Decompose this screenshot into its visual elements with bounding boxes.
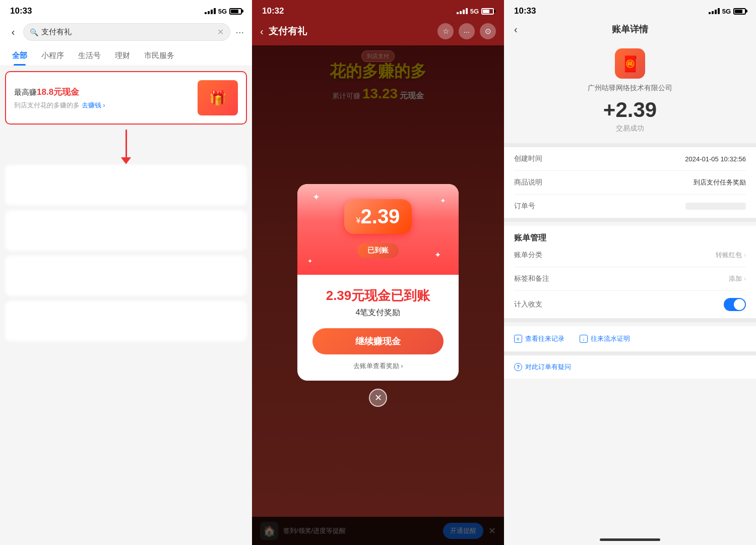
- red-arrow: [121, 130, 131, 164]
- bill-divider-1: [504, 143, 756, 147]
- popup-sub-text: 4笔支付奖励: [312, 308, 444, 318]
- row-label-orderid: 订单号: [514, 202, 535, 211]
- mini-header-icons: ☆ ··· ⊙: [437, 23, 496, 39]
- bill-action-proof[interactable]: ↓ 往来流水证明: [580, 334, 630, 343]
- status-bar-2: 10:32 5G: [252, 0, 504, 19]
- status-bar-3: 10:33 5G: [504, 0, 756, 19]
- bill-merchant-section: 🧧 广州咕驿网络技术有限公司 +2.39 交易成功: [504, 43, 756, 143]
- tab-finance[interactable]: 理财: [108, 46, 137, 66]
- bill-manage-title: 账单管理: [514, 226, 746, 244]
- network-type-2: 5G: [470, 8, 479, 15]
- popup-yen: ¥: [356, 216, 361, 225]
- blurred-card-3: [5, 256, 247, 296]
- time-3: 10:33: [514, 6, 536, 16]
- merchant-icon: 🧧: [615, 48, 645, 79]
- search-icon: 🔍: [30, 28, 38, 36]
- chevron-icon-2: ›: [744, 275, 746, 282]
- bill-manage-row-category[interactable]: 账单分类 转账红包 ›: [514, 244, 746, 267]
- bill-header: ‹ 账单详情: [504, 19, 756, 43]
- result-title: 最高赚18.8元现金: [14, 86, 105, 98]
- popup-link[interactable]: 去账单查看奖励 ›: [312, 361, 444, 371]
- status-icons-1: 5G: [205, 8, 242, 15]
- bill-manage-row-tag[interactable]: 标签和备注 添加 ›: [514, 267, 746, 291]
- tab-all[interactable]: 全部: [5, 46, 34, 66]
- mini-camera-button[interactable]: ⊙: [480, 23, 496, 39]
- row-value-time: 2024-01-05 10:32:56: [685, 155, 746, 163]
- row-value-desc: 到店支付任务奖励: [694, 178, 746, 187]
- clear-icon[interactable]: ✕: [217, 27, 224, 37]
- bill-question[interactable]: ? 对此订单有疑问: [504, 355, 756, 379]
- time-2: 10:32: [262, 6, 284, 16]
- bill-manage-row-include: 计入收支: [514, 291, 746, 318]
- sparkle-1: ✦: [312, 192, 320, 203]
- popup-card: ✦ ✦ ✦ ✦ ¥2.39 已到账 2.39元现金已到账 4笔支付奖励 继续赚现…: [297, 184, 459, 381]
- popup-amount-badge: ¥2.39: [344, 199, 412, 234]
- panel-search: 10:33 5G ‹ 🔍 支付有礼 ✕ ··· 全部 小程序 生活号 理财: [0, 0, 252, 545]
- bill-row-orderid: 订单号: [514, 195, 746, 218]
- row-label-desc: 商品说明: [514, 178, 542, 187]
- merchant-name: 广州咕驿网络技术有限公司: [504, 84, 756, 93]
- signal-2: [457, 8, 468, 14]
- bill-manage-section: 账单管理 账单分类 转账红包 › 标签和备注 添加 › 计入收支: [504, 226, 756, 318]
- bill-action-history[interactable]: ≡ 查看往来记录: [514, 334, 564, 343]
- status-icons-2: 5G: [457, 8, 494, 15]
- result-subtitle: 到店支付花的多赚的多 去赚钱 ›: [14, 101, 105, 110]
- status-bar-1: 10:33 5G: [0, 0, 252, 19]
- tab-lifenumber[interactable]: 生活号: [71, 46, 108, 66]
- result-card-content: 最高赚18.8元现金 到店支付花的多赚的多 去赚钱 ›: [14, 86, 105, 110]
- blurred-card-1: [5, 165, 247, 205]
- popup-overlay: ✦ ✦ ✦ ✦ ¥2.39 已到账 2.39元现金已到账 4笔支付奖励 继续赚现…: [252, 45, 504, 545]
- proof-icon: ↓: [580, 335, 588, 343]
- bill-row-time: 创建时间 2024-01-05 10:32:56: [514, 147, 746, 171]
- sparkle-4: ✦: [434, 250, 441, 260]
- popup-arrived-badge: 已到账: [357, 243, 399, 258]
- blurred-card-4: [5, 301, 247, 341]
- bill-status: 交易成功: [504, 124, 756, 133]
- search-results: 最高赚18.8元现金 到店支付花的多赚的多 去赚钱 › 🎁: [0, 66, 252, 545]
- bill-divider-2: [504, 218, 756, 222]
- panel-miniprogram: 10:32 5G ‹ 支付有礼 ☆ ··· ⊙ 到店支付: [252, 0, 504, 545]
- manage-label-include: 计入收支: [514, 300, 542, 309]
- history-icon: ≡: [514, 335, 522, 343]
- network-type-1: 5G: [218, 8, 227, 15]
- result-card-main[interactable]: 最高赚18.8元现金 到店支付花的多赚的多 去赚钱 › 🎁: [5, 71, 247, 125]
- mini-back-button[interactable]: ‹: [260, 26, 264, 37]
- search-bar: ‹ 🔍 支付有礼 ✕ ···: [0, 19, 252, 46]
- search-tabs: 全部 小程序 生活号 理财 市民服务: [0, 46, 252, 66]
- chevron-icon-1: ›: [744, 252, 746, 259]
- network-type-3: 5G: [722, 8, 731, 15]
- bill-title: 账单详情: [612, 23, 648, 35]
- battery-3: [733, 8, 746, 15]
- sparkle-3: ✦: [307, 258, 312, 265]
- bill-amount: +2.39: [504, 98, 756, 122]
- row-value-orderid: [685, 203, 746, 210]
- manage-value-tag: 添加 ›: [729, 274, 746, 283]
- popup-bottom: 2.39元现金已到账 4笔支付奖励 继续赚现金 去账单查看奖励 ›: [297, 275, 459, 381]
- arrow-shaft: [125, 130, 127, 157]
- tab-miniapp[interactable]: 小程序: [34, 46, 71, 66]
- popup-continue-btn[interactable]: 继续赚现金: [312, 328, 444, 354]
- mini-body: 到店支付 花的多赚的多 累计可赚 13.23 元现金 ✦ ✦ ✦ ✦: [252, 45, 504, 545]
- signal-1: [205, 8, 216, 14]
- mini-star-button[interactable]: ☆: [437, 23, 454, 39]
- battery-2: [481, 8, 494, 15]
- back-button-1[interactable]: ‹: [8, 26, 18, 38]
- tab-cityservice[interactable]: 市民服务: [137, 46, 181, 66]
- sparkle-2: ✦: [440, 197, 446, 205]
- arrow-head: [121, 157, 131, 164]
- more-button[interactable]: ···: [235, 26, 244, 38]
- popup-close-btn[interactable]: ✕: [369, 389, 387, 407]
- include-toggle[interactable]: [724, 298, 746, 311]
- mini-more-button[interactable]: ···: [459, 23, 475, 39]
- bill-back-button[interactable]: ‹: [514, 24, 518, 35]
- bill-info-section: 创建时间 2024-01-05 10:32:56 商品说明 到店支付任务奖励 订…: [504, 147, 756, 218]
- result-cta[interactable]: 去赚钱 ›: [82, 101, 105, 109]
- red-arrow-container: [5, 130, 247, 165]
- popup-amount: 2.39: [361, 205, 400, 227]
- search-input-wrap[interactable]: 🔍 支付有礼 ✕: [23, 23, 230, 41]
- status-icons-3: 5G: [709, 8, 746, 15]
- blurred-card-2: [5, 210, 247, 251]
- search-input[interactable]: 支付有礼: [41, 27, 217, 37]
- mini-header: ‹ 支付有礼 ☆ ··· ⊙: [252, 19, 504, 45]
- bill-row-desc: 商品说明 到店支付任务奖励: [514, 171, 746, 195]
